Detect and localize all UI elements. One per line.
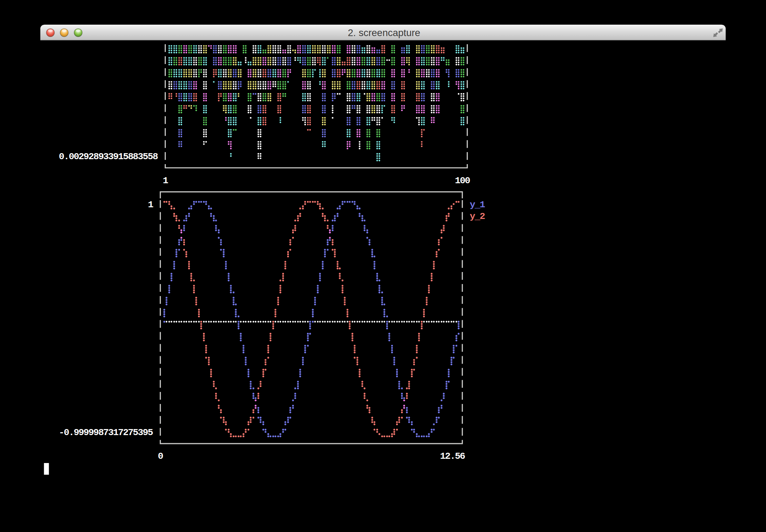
svg-text:2. screencapture: 2. screencapture [348,27,420,38]
svg-text:-0.9999987317275395: -0.9999987317275395 [59,427,153,438]
svg-text:y_1: y_1 [470,200,485,210]
svg-text:0.002928933915883558: 0.002928933915883558 [59,151,158,162]
svg-text:y_2: y_2 [470,211,485,222]
svg-text:100: 100 [455,175,470,186]
svg-text:12.56: 12.56 [440,451,465,462]
svg-text:0: 0 [158,451,163,462]
svg-text:1: 1 [148,200,153,210]
svg-text:1: 1 [163,175,168,186]
